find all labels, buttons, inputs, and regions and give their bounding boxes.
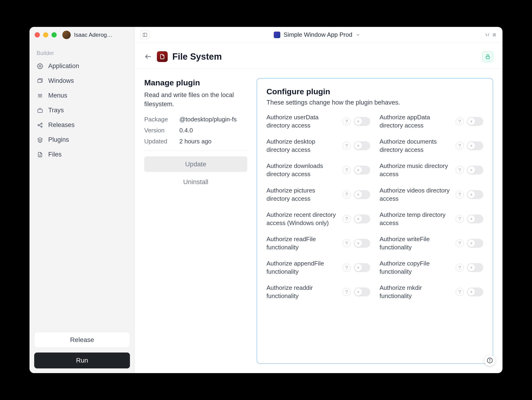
setting-row: Authorize appendFile functionality? [266,259,370,276]
manage-heading: Manage plugin [144,78,247,87]
manage-panel: Manage plugin Read and write files on th… [144,78,247,364]
toggle-knob [468,166,475,174]
sidebar-item-releases[interactable]: Releases [30,118,135,132]
run-button[interactable]: Run [34,352,130,369]
setting-toggle[interactable] [467,215,483,223]
sidebar-footer: Release Run [30,327,135,373]
setting-toggle[interactable] [354,239,370,248]
setting-row: Authorize recent directory access (Windo… [266,211,370,227]
setting-label: Authorize readFile functionality [266,235,339,252]
setting-toggle[interactable] [467,166,483,174]
setting-label: Authorize userData directory access [266,113,339,129]
svg-point-0 [39,65,41,67]
setting-row: Authorize writeFile functionality? [380,235,483,252]
sidebar-item-plugins[interactable]: Plugins [30,132,135,147]
sidebar: Isaac Aderog… Builder Application Window… [30,27,135,373]
svg-rect-20 [486,56,489,59]
update-button[interactable]: Update [144,156,247,172]
list-icon[interactable] [492,32,497,37]
lock-button[interactable] [482,51,493,62]
back-button[interactable] [144,53,152,61]
setting-label: Authorize appData directory access [380,113,452,129]
meta-value: 2 hours ago [179,138,247,145]
sidebar-item-label: Application [48,62,79,70]
app-switcher[interactable]: Simple Window App Prod [154,31,480,38]
meta-value: 0.4.0 [179,127,247,134]
sidebar-section-label: Builder [30,43,135,59]
help-icon[interactable]: ? [456,288,464,296]
divider [144,151,247,151]
toggle-knob [468,240,475,247]
setting-row: Authorize desktop directory access? [266,138,370,154]
setting-row: Authorize temp directory access? [380,211,483,227]
toggle-knob [355,240,362,247]
manage-description: Read and write files on the local filesy… [144,91,247,109]
uninstall-button[interactable]: Uninstall [144,174,247,190]
help-icon[interactable]: ? [342,142,350,150]
sidebar-toggle-button[interactable] [140,31,149,39]
sidebar-item-label: Files [48,151,62,158]
setting-toggle[interactable] [354,166,370,174]
titlebar: Isaac Aderog… [30,27,135,43]
help-icon[interactable]: ? [456,264,464,271]
setting-toggle[interactable] [354,117,370,126]
svg-line-10 [39,125,41,126]
svg-rect-14 [143,33,147,37]
sidebar-item-trays[interactable]: Trays [30,103,135,118]
svg-point-8 [41,126,42,127]
maximize-window-button[interactable] [51,32,57,37]
filter-icon[interactable] [485,32,490,37]
toggle-knob [355,264,362,271]
svg-marker-11 [38,138,42,140]
setting-label: Authorize documents directory access [380,138,452,154]
help-icon[interactable]: ? [342,264,350,271]
help-icon[interactable]: ? [456,166,464,174]
help-icon[interactable]: ? [342,117,350,125]
help-icon[interactable]: ? [456,117,464,125]
setting-toggle[interactable] [354,215,370,223]
help-icon[interactable]: ? [456,142,464,150]
setting-toggle[interactable] [354,190,370,199]
help-icon[interactable]: ? [342,288,350,296]
sidebar-item-label: Releases [48,121,75,129]
release-button[interactable]: Release [34,332,130,348]
help-icon[interactable]: ? [342,239,350,247]
sidebar-item-application[interactable]: Application [30,59,135,74]
setting-label: Authorize copyFile functionality [380,259,452,276]
setting-toggle[interactable] [467,239,483,248]
setting-row: Authorize copyFile functionality? [380,259,483,276]
sidebar-item-menus[interactable]: Menus [30,88,135,103]
page-header: File System [135,43,502,69]
setting-toggle[interactable] [467,141,483,150]
setting-toggle[interactable] [467,263,483,272]
info-button[interactable] [484,355,495,366]
setting-toggle[interactable] [354,288,370,296]
help-icon[interactable]: ? [456,215,464,223]
setting-toggle[interactable] [467,190,483,199]
app-logo-icon [274,31,280,38]
sidebar-item-files[interactable]: Files [30,147,135,162]
setting-toggle[interactable] [354,141,370,150]
help-icon[interactable]: ? [342,166,350,174]
windows-icon [37,78,44,84]
setting-toggle[interactable] [354,263,370,272]
meta-version: Version 0.4.0 [144,127,247,134]
svg-point-7 [41,123,42,124]
setting-label: Authorize downloads directory access [266,162,339,178]
minimize-window-button[interactable] [43,32,48,37]
page-title: File System [172,52,222,62]
avatar[interactable] [62,31,71,39]
sidebar-item-windows[interactable]: Windows [30,74,135,88]
setting-row: Authorize downloads directory access? [266,162,370,178]
help-icon[interactable]: ? [456,239,464,247]
setting-label: Authorize videos directory access [380,186,452,203]
meta-label: Package [144,116,179,123]
help-icon[interactable]: ? [342,191,350,199]
svg-point-55 [490,359,490,360]
help-icon[interactable]: ? [342,215,350,223]
setting-toggle[interactable] [467,288,483,296]
share-icon [37,122,44,128]
help-icon[interactable]: ? [456,191,464,199]
close-window-button[interactable] [35,32,40,37]
setting-toggle[interactable] [467,117,483,126]
